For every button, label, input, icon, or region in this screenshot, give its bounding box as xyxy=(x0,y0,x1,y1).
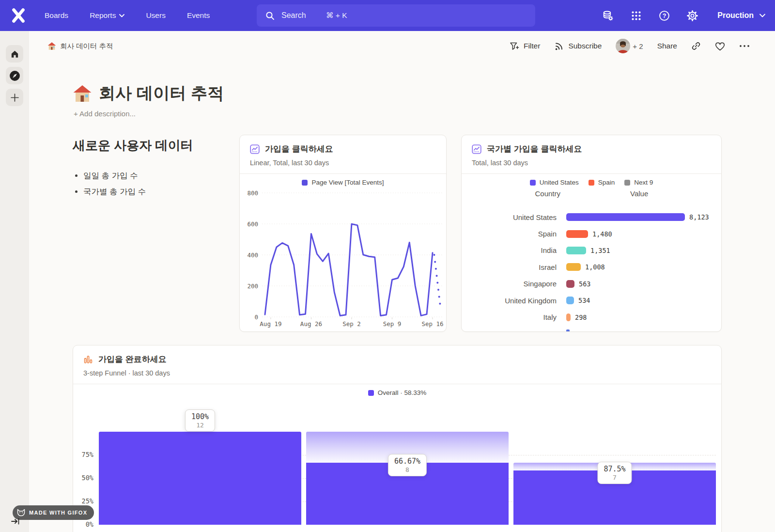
project-name: Prouction xyxy=(717,11,754,20)
nav-item-users[interactable]: Users xyxy=(146,11,165,20)
nav-menu: Boards Reports Users Events xyxy=(45,0,210,31)
rss-icon xyxy=(554,41,564,51)
country-bar[interactable] xyxy=(566,263,581,271)
line-card-header: 가입을 클릭하세요 xyxy=(250,143,333,155)
funnel-ytick: 25% xyxy=(73,497,93,505)
country-card-header: 국가별 가입을 클릭하세요 xyxy=(472,143,582,155)
country-bar[interactable] xyxy=(566,297,574,304)
country-label: Singapore xyxy=(462,280,557,288)
country-label: Israel xyxy=(462,263,557,271)
line-chart-plot[interactable]: 8006004002000Aug 19Aug 26Sep 2Sep 9Sep 1… xyxy=(240,187,447,330)
funnel-chart-card[interactable]: 가입을 완료하세요 3-step Funnel · last 30 days O… xyxy=(73,345,722,532)
database-gear-icon xyxy=(603,10,614,21)
legend-entry[interactable]: United States xyxy=(530,179,579,186)
funnel-bar-solid xyxy=(99,432,301,525)
breadcrumb[interactable]: 회사 데이터 추적 xyxy=(47,42,113,51)
nav-item-reports[interactable]: Reports xyxy=(90,11,124,20)
legend-entry[interactable]: Spain xyxy=(589,179,615,186)
funnel-step-conversion: 66.67% xyxy=(394,457,420,466)
page-title-row: 회사 데이터 추적 xyxy=(73,82,224,105)
funnel-ytick: 50% xyxy=(73,474,93,482)
compass-icon xyxy=(9,70,21,82)
funnel-bar[interactable] xyxy=(99,432,301,525)
data-management-button[interactable] xyxy=(602,10,614,21)
settings-button[interactable] xyxy=(686,10,698,21)
chevron-down-icon xyxy=(119,14,124,17)
gifox-badge: MADE WITH GIFOX xyxy=(13,505,94,520)
copy-link-button[interactable] xyxy=(691,41,701,51)
funnel-step-count: 12 xyxy=(191,422,209,429)
favorite-button[interactable] xyxy=(715,42,725,51)
line-chart-card[interactable]: 가입을 클릭하세요 Linear, Total, last 30 days Pa… xyxy=(239,135,447,332)
apps-grid-button[interactable] xyxy=(630,10,642,21)
country-row[interactable]: Italy 298 xyxy=(462,309,721,325)
line-chart-legend[interactable]: Page View [Total Events] xyxy=(240,179,446,186)
funnel-card-header: 가입을 완료하세요 xyxy=(83,354,167,365)
country-chart-legend: United States Spain Next 9 xyxy=(462,179,721,186)
country-value: 8,123 xyxy=(689,213,709,221)
search-bar[interactable]: ⌘ + K xyxy=(257,4,535,27)
clipped-next-row-bar xyxy=(566,329,570,332)
country-bar[interactable] xyxy=(566,213,685,221)
country-value: 298 xyxy=(575,313,587,321)
project-switcher[interactable]: Prouction xyxy=(717,11,765,20)
sidebar-home-button[interactable] xyxy=(6,45,23,63)
country-row[interactable]: Singapore 563 xyxy=(462,276,721,292)
country-card-title: 국가별 가입을 클릭하세요 xyxy=(487,143,582,155)
funnel-step-count: 7 xyxy=(604,474,625,481)
subscribe-button[interactable]: Subscribe xyxy=(554,41,602,51)
country-row[interactable]: India 1,351 xyxy=(462,242,721,259)
sidebar-create-button[interactable] xyxy=(6,89,23,106)
collaborators[interactable]: + 2 xyxy=(616,39,643,53)
share-button[interactable]: Share xyxy=(657,42,677,50)
filter-button[interactable]: Filter xyxy=(510,42,540,51)
nav-item-label: Boards xyxy=(45,11,68,20)
svg-text:800: 800 xyxy=(247,189,258,197)
nav-item-label: Users xyxy=(146,11,165,20)
country-row[interactable]: Israel 1,008 xyxy=(462,259,721,275)
legend-label: Spain xyxy=(598,179,615,186)
country-row[interactable]: United States 8,123 xyxy=(462,209,721,225)
country-chart-card[interactable]: 국가별 가입을 클릭하세요 Total, last 30 days United… xyxy=(461,135,722,332)
country-label: India xyxy=(462,246,557,254)
funnel-chart-legend[interactable]: Overall · 58.33% xyxy=(73,389,721,396)
country-value: 1,351 xyxy=(590,247,610,254)
country-bar[interactable] xyxy=(566,230,588,238)
nav-item-events[interactable]: Events xyxy=(187,11,210,20)
expand-sidebar-icon[interactable] xyxy=(11,516,20,526)
nav-item-label: Events xyxy=(187,11,210,20)
country-row[interactable]: United Kingdom 534 xyxy=(462,292,721,309)
country-bar[interactable] xyxy=(566,313,571,321)
funnel-ytick: 0% xyxy=(73,520,93,528)
country-row[interactable]: Spain 1,480 xyxy=(462,225,721,242)
sidebar-explore-button[interactable] xyxy=(6,67,23,84)
link-icon xyxy=(691,41,701,51)
collaborators-count: + 2 xyxy=(633,42,643,50)
svg-text:Sep 9: Sep 9 xyxy=(383,320,402,328)
svg-text:?: ? xyxy=(663,12,666,19)
text-widget-bullet: 국가별 총 가입 수 xyxy=(83,187,232,197)
text-widget-bullet: 일일 총 가입 수 xyxy=(83,171,232,181)
more-button[interactable] xyxy=(739,45,750,47)
country-bar[interactable] xyxy=(566,280,574,288)
funnel-bar[interactable] xyxy=(306,432,509,525)
line-chart-icon xyxy=(250,144,260,154)
help-button[interactable]: ? xyxy=(658,10,670,21)
country-label: Italy xyxy=(462,313,557,321)
funnel-card-title: 가입을 완료하세요 xyxy=(98,354,167,365)
country-card-subtitle: Total, last 30 days xyxy=(472,159,528,167)
heart-icon xyxy=(715,42,725,51)
funnel-step-conversion: 100% xyxy=(191,412,209,421)
country-bar[interactable] xyxy=(566,247,586,254)
add-description-button[interactable]: + Add description... xyxy=(74,110,136,118)
share-label: Share xyxy=(657,42,677,50)
line-chart-icon xyxy=(472,144,481,154)
home-icon xyxy=(10,49,19,59)
nav-item-label: Reports xyxy=(90,11,116,20)
search-icon xyxy=(265,11,275,20)
legend-entry[interactable]: Next 9 xyxy=(624,179,653,186)
toolbar-actions: Filter Subscribe + 2 Sha xyxy=(510,39,750,53)
mixpanel-logo-icon[interactable] xyxy=(10,7,27,24)
search-input[interactable] xyxy=(281,11,326,20)
nav-item-boards[interactable]: Boards xyxy=(45,11,68,20)
